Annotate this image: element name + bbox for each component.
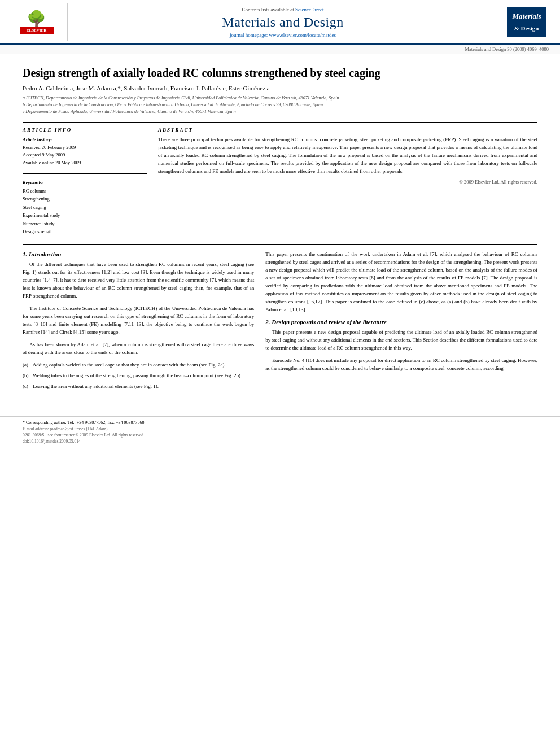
- intro-para-1: Of the different techniques that have be…: [23, 261, 254, 300]
- article-title: Design strength of axially loaded RC col…: [23, 65, 537, 80]
- authors-line: Pedro A. Calderón a, Jose M. Adam a,*, S…: [23, 85, 537, 91]
- journal-logo-right: Materials & Design: [498, 3, 549, 41]
- elsevier-tree-icon: 🌳: [27, 11, 46, 27]
- kw-strengthening: Strengthening: [23, 195, 147, 203]
- divider-keywords: [23, 173, 147, 174]
- abstract-text: There are three principal techniques ava…: [158, 136, 537, 176]
- kw-design: Design strength: [23, 228, 147, 235]
- keywords-block: Keywords: RC columns Strengthening Steel…: [23, 178, 147, 235]
- journal-center: Contents lists available at ScienceDirec…: [68, 3, 498, 41]
- copyright-bottom: 0261-3069/$ - see front matter © 2009 El…: [23, 433, 537, 438]
- body-right-col: This paper presents the continuation of …: [265, 251, 537, 393]
- corresponding-author-note: * Corresponding author. Tel.: +34 963877…: [23, 420, 537, 425]
- sciencedirect-line: Contents lists available at ScienceDirec…: [242, 7, 324, 12]
- body-divider: [23, 244, 537, 245]
- intro-para-3: As has been shown by Adam et al. [7], wh…: [23, 341, 254, 357]
- affiliation-b: b Departamento de Ingeniería de la Const…: [23, 102, 537, 108]
- section2-para-2: Eurocode No. 4 [16] does not include any…: [265, 357, 537, 373]
- elsevier-logo: 🌳 ELSEVIER: [11, 3, 68, 41]
- journal-homepage: journal homepage: www.elsevier.com/locat…: [230, 32, 336, 38]
- homepage-url[interactable]: www.elsevier.com/locate/matdes: [269, 32, 336, 38]
- article-meta-row: Article info Article history: Received 2…: [23, 127, 537, 235]
- kw-rc: RC columns: [23, 187, 147, 195]
- right-para-1: This paper presents the continuation of …: [265, 251, 537, 314]
- kw-numerical: Numerical study: [23, 220, 147, 228]
- abstract-col: Abstract There are three principal techn…: [158, 127, 537, 235]
- citation-line: Materials and Design 30 (2009) 4069–4080: [0, 45, 560, 54]
- list-item-a: (a) Adding capitals welded to the steel …: [23, 361, 254, 369]
- kw-steel: Steel caging: [23, 203, 147, 211]
- section2-title: 2. Design proposals and review of the li…: [265, 318, 537, 325]
- article-info-col: Article info Article history: Received 2…: [23, 127, 147, 235]
- email-note: E-mail address: joadman@cst.upv.es (J.M.…: [23, 426, 537, 431]
- divider-1: [23, 122, 537, 123]
- main-content: Design strength of axially loaded RC col…: [0, 54, 560, 405]
- elsevier-logo-box: ELSEVIER: [20, 27, 54, 34]
- kw-experimental: Experimental study: [23, 211, 147, 219]
- page: 🌳 ELSEVIER Contents lists available at S…: [0, 0, 560, 447]
- journal-logo-box: Materials & Design: [507, 7, 546, 37]
- section2-para-1: This paper presents a new design proposa…: [265, 329, 537, 352]
- list-item-b: (b) Welding tubes to the angles of the s…: [23, 372, 254, 380]
- journal-header: 🌳 ELSEVIER Contents lists available at S…: [0, 0, 560, 45]
- abstract-copyright: © 2009 Elsevier Ltd. All rights reserved…: [158, 179, 537, 185]
- list-item-c: (c) Leaving the area without any additio…: [23, 383, 254, 391]
- sciencedirect-link[interactable]: ScienceDirect: [295, 7, 323, 12]
- intro-title: 1. Introduction: [23, 251, 254, 257]
- body-left-col: 1. Introduction Of the different techniq…: [23, 251, 254, 393]
- doi: doi:10.1016/j.matdes.2009.05.014: [23, 439, 537, 444]
- affiliation-c: c Departamento de Física Aplicada, Unive…: [23, 108, 537, 115]
- affiliation-a: a ICITECH, Departamento de Ingeniería de…: [23, 95, 537, 102]
- abstract-header: Abstract: [158, 127, 537, 133]
- page-footer: * Corresponding author. Tel.: +34 963877…: [0, 416, 560, 447]
- article-info-header: Article info: [23, 127, 147, 133]
- intro-para-2: The Institute of Concrete Science and Te…: [23, 305, 254, 337]
- journal-title: Materials and Design: [222, 15, 343, 30]
- article-history: Article history: Received 20 February 20…: [23, 136, 147, 167]
- affiliations: a ICITECH, Departamento de Ingeniería de…: [23, 95, 537, 115]
- body-two-col: 1. Introduction Of the different techniq…: [23, 251, 537, 393]
